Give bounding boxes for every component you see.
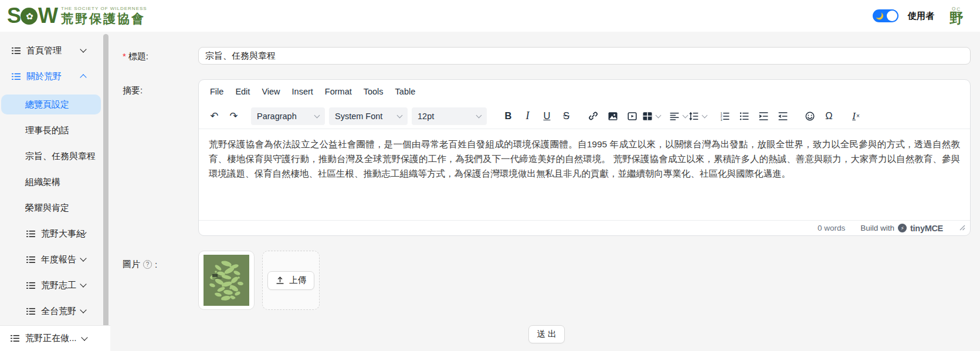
italic-icon[interactable]: I xyxy=(518,106,537,126)
clear-formatting-icon[interactable]: I× xyxy=(846,106,866,126)
media-icon[interactable] xyxy=(622,106,642,126)
resize-handle-icon[interactable] xyxy=(959,224,965,232)
thumbnail-image xyxy=(204,255,249,306)
image-field-label: 圖片 ? : xyxy=(123,251,198,270)
chevron-down-icon xyxy=(80,306,86,313)
list-icon xyxy=(26,256,35,264)
bullet-list-icon[interactable] xyxy=(734,106,754,126)
menu-format[interactable]: Format xyxy=(319,84,358,99)
logo-letter-w: W xyxy=(38,5,57,26)
sidebar-item-honors[interactable]: 榮耀與肯定 xyxy=(1,198,101,218)
sow-acronym: S ✿ W xyxy=(7,5,57,26)
sidebar-item-chairman-message[interactable]: 理事長的話 xyxy=(1,120,101,140)
sidebar-nav: 首頁管理 關於荒野 總覽頁設定 理事長的話 宗旨、任務與章程 組織架構 榮耀與 xyxy=(0,32,102,321)
menu-table[interactable]: Table xyxy=(389,84,422,99)
list-icon xyxy=(26,282,35,289)
editor-menubar: File Edit View Insert Format Tools Table xyxy=(199,80,970,103)
list-icon xyxy=(12,47,21,55)
sidebar-item-nationwide[interactable]: 全台荒野 xyxy=(1,301,101,321)
chevron-down-icon xyxy=(656,112,662,118)
menu-file[interactable]: File xyxy=(204,84,229,99)
flower-icon: ✿ xyxy=(21,8,38,25)
sidebar-item-about-wilderness[interactable]: 關於荒野 xyxy=(1,66,101,86)
app-header: S ✿ W THE SOCIETY OF WILDERNESS 荒野保護協會 🌙… xyxy=(0,0,980,32)
sidebar-item-overview-settings[interactable]: 總覽頁設定 xyxy=(1,95,101,114)
font-select[interactable]: System Font xyxy=(329,107,408,125)
sidebar-item-wilderness-doing[interactable]: 荒野正在做... xyxy=(0,325,110,351)
chevron-down-icon xyxy=(702,112,708,118)
sidebar-item-organization[interactable]: 組織架構 xyxy=(1,172,101,192)
editor-paragraph: 荒野保護協會為依法設立之公益社會團體，是一個由尋常老百姓自發組成的環境保護團體。… xyxy=(209,137,960,181)
sidebar-item-label: 關於荒野 xyxy=(26,71,62,82)
sidebar-item-annual-report[interactable]: 年度報告 xyxy=(1,249,101,269)
sidebar-item-label: 組織架構 xyxy=(25,177,60,188)
font-size-select[interactable]: 12pt xyxy=(412,107,487,125)
chevron-down-icon xyxy=(80,281,86,287)
title-field-label: *標題: xyxy=(123,47,198,65)
toggle-knob xyxy=(887,11,897,21)
upload-icon xyxy=(276,276,284,285)
sidebar-item-label: 荒野大事紀 xyxy=(41,228,85,239)
image-icon[interactable] xyxy=(603,106,622,126)
undo-icon[interactable]: ↶ xyxy=(205,106,224,126)
help-icon[interactable]: ? xyxy=(143,260,152,269)
chevron-down-icon xyxy=(476,112,482,118)
sidebar-item-home-management[interactable]: 首頁管理 xyxy=(1,41,101,60)
submit-button[interactable]: 送 出 xyxy=(528,325,564,343)
editor-content-area[interactable]: 荒野保護協會為依法設立之公益社會團體，是一個由尋常老百姓自發組成的環境保護團體。… xyxy=(199,129,970,220)
sidebar-scrollbar[interactable] xyxy=(103,34,108,335)
rich-text-editor: File Edit View Insert Format Tools Table… xyxy=(198,79,971,236)
chevron-down-icon xyxy=(314,112,320,118)
main-content: *標題: 摘要: File Edit View Insert Format To… xyxy=(110,32,980,351)
link-icon[interactable] xyxy=(584,106,603,126)
sidebar-item-label: 首頁管理 xyxy=(26,45,62,56)
underline-icon[interactable]: U xyxy=(537,106,557,126)
menu-tools[interactable]: Tools xyxy=(358,84,389,99)
sidebar-item-volunteers[interactable]: 荒野志工 xyxy=(1,275,101,295)
menu-insert[interactable]: Insert xyxy=(286,84,319,99)
chevron-down-icon xyxy=(80,46,86,52)
strikethrough-icon[interactable]: S xyxy=(557,106,576,126)
sidebar-item-label: 理事長的話 xyxy=(25,125,69,136)
redo-icon[interactable]: ↷ xyxy=(224,106,243,126)
chevron-down-icon xyxy=(397,112,403,118)
table-icon[interactable] xyxy=(642,106,661,126)
user-menu[interactable]: 使用者 xyxy=(908,11,934,22)
paragraph-select[interactable]: Paragraph xyxy=(251,107,325,125)
tinymce-branding[interactable]: Build with ⚡ tinyMCE xyxy=(860,224,943,233)
list-icon xyxy=(12,73,21,80)
numbered-list-icon[interactable]: 123 xyxy=(715,106,734,126)
sidebar-item-label: 年度報告 xyxy=(41,254,76,265)
sow-logo[interactable]: S ✿ W THE SOCIETY OF WILDERNESS 荒野保護協會 xyxy=(7,5,147,26)
indent-icon[interactable] xyxy=(754,106,773,126)
sidebar-item-milestones[interactable]: 荒野大事紀 xyxy=(1,224,101,244)
special-character-icon[interactable]: Ω xyxy=(819,106,839,126)
chevron-down-icon xyxy=(81,334,87,340)
sidebar-item-mission-charter[interactable]: 宗旨、任務與章程 xyxy=(1,146,101,166)
logo-org-name: 荒野保護協會 xyxy=(61,12,147,26)
list-icon xyxy=(11,335,19,342)
outdent-icon[interactable] xyxy=(773,106,792,126)
theme-toggle[interactable]: 🌙 xyxy=(873,9,898,22)
moon-icon: 🌙 xyxy=(876,11,884,21)
svg-text:3: 3 xyxy=(720,117,722,121)
upload-dropzone[interactable]: 上傳 xyxy=(262,251,320,310)
sidebar-item-label: 荒野志工 xyxy=(41,280,76,291)
title-input[interactable] xyxy=(198,47,971,65)
menu-edit[interactable]: Edit xyxy=(229,84,256,99)
line-height-icon[interactable] xyxy=(688,106,707,126)
align-icon[interactable] xyxy=(669,106,688,126)
editor-toolbar: ↶ ↷ Paragraph System Font 12pt xyxy=(199,103,970,129)
word-count: 0 words xyxy=(818,224,845,232)
editor-status-bar: 0 words Build with ⚡ tinyMCE xyxy=(199,220,970,235)
chevron-down-icon xyxy=(683,112,689,118)
upload-button[interactable]: 上傳 xyxy=(267,271,314,290)
chevron-down-icon xyxy=(80,255,86,261)
logo-letter-s: S xyxy=(7,5,20,26)
menu-view[interactable]: View xyxy=(256,84,286,99)
emoji-icon[interactable] xyxy=(800,106,819,126)
image-thumbnail[interactable] xyxy=(198,251,255,310)
chevron-up-icon xyxy=(80,74,86,80)
tinymce-logo-icon: ⚡ xyxy=(898,224,907,232)
bold-icon[interactable]: B xyxy=(499,106,518,126)
